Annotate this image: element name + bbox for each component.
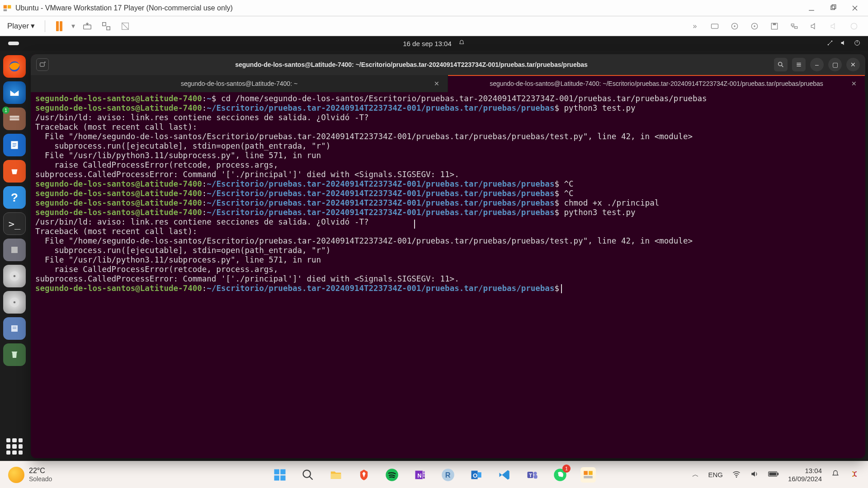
outlook-icon[interactable]: O [468, 467, 484, 483]
svg-rect-80 [769, 473, 776, 476]
terminal-window: segundo-de-los-santos@Latitude-7400: ~/E… [31, 54, 865, 458]
svg-rect-29 [10, 118, 19, 121]
sound-icon[interactable] [807, 19, 821, 33]
notification-badge: 1 [562, 465, 571, 473]
search-button[interactable] [300, 467, 316, 483]
power-status-icon[interactable] [854, 39, 861, 48]
start-button[interactable] [272, 467, 288, 483]
svg-point-15 [734, 25, 735, 27]
tray-chevron-up-icon[interactable]: ︿ [692, 470, 699, 479]
terminal-tab-2[interactable]: segundo-de-los-santos@Latitude-7400: ~/E… [448, 75, 865, 92]
notification-center-icon[interactable] [831, 469, 840, 480]
svg-line-56 [310, 476, 313, 479]
text-cursor [561, 284, 562, 293]
window-minimize-button[interactable]: – [810, 58, 824, 71]
vmware-taskbar-icon[interactable] [580, 467, 596, 483]
file-explorer-icon[interactable] [328, 467, 344, 483]
wifi-icon[interactable] [732, 469, 741, 480]
printer-icon[interactable] [827, 19, 841, 33]
brave-icon[interactable] [356, 467, 372, 483]
language-indicator[interactable]: ENG [708, 471, 723, 479]
dock-thunderbird[interactable] [3, 81, 26, 104]
search-button[interactable] [774, 58, 788, 71]
taskbar-clock[interactable]: 13:04 16/09/2024 [788, 467, 822, 483]
mouse-text-caret [414, 220, 415, 229]
dock-text-editor[interactable] [3, 239, 26, 261]
svg-rect-0 [4, 5, 7, 8]
svg-rect-75 [589, 471, 593, 475]
new-tab-button[interactable] [36, 58, 49, 71]
pause-icon [56, 21, 62, 31]
svg-rect-21 [795, 26, 797, 28]
onenote-icon[interactable]: N [412, 467, 428, 483]
terminal-tab-1[interactable]: segundo-de-los-santos@Latitude-7400: ~ ✕ [31, 75, 448, 92]
show-apps-button[interactable] [6, 438, 23, 455]
maximize-button[interactable] [823, 1, 844, 15]
svg-rect-51 [274, 469, 279, 474]
dock-notes[interactable] [3, 317, 26, 340]
unity-mode-button[interactable] [118, 19, 132, 33]
close-tab-icon[interactable]: ✕ [434, 80, 439, 87]
panel-datetime[interactable]: 16 de sep 13:04 [403, 40, 452, 47]
svg-rect-13 [712, 24, 718, 28]
vmware-title: Ubuntu - VMware Workstation 17 Player (N… [15, 4, 233, 12]
whatsapp-icon[interactable]: 1 [552, 467, 568, 483]
vscode-icon[interactable] [496, 467, 512, 483]
floppy-icon[interactable] [768, 19, 781, 33]
dock-libreoffice-writer[interactable] [3, 134, 26, 156]
dock-firefox[interactable] [3, 55, 26, 78]
svg-rect-2 [4, 9, 7, 11]
close-button[interactable] [844, 1, 865, 15]
copilot-icon[interactable] [849, 469, 860, 481]
terminal-body[interactable]: segundo-de-los-santos@Latitude-7400:~$ c… [31, 92, 865, 458]
minimize-button[interactable] [801, 1, 822, 15]
dock-disk-1[interactable] [3, 265, 26, 287]
window-close-button[interactable]: ✕ [846, 58, 860, 71]
activities-pill[interactable] [8, 42, 19, 45]
dock-files[interactable]: 1 [3, 108, 26, 130]
spotify-icon[interactable] [384, 467, 400, 483]
chevron-down-icon[interactable]: ▾ [71, 22, 75, 30]
hard-disk-icon[interactable] [708, 19, 722, 33]
bell-icon[interactable] [458, 39, 465, 48]
dock-terminal[interactable]: >_ [3, 212, 26, 235]
terminal-title: segundo-de-los-santos@Latitude-7400: ~/E… [53, 61, 769, 68]
svg-rect-79 [777, 473, 778, 475]
vmware-titlebar: Ubuntu - VMware Workstation 17 Player (N… [0, 0, 868, 16]
pause-vm-button[interactable] [52, 19, 66, 33]
svg-rect-54 [280, 475, 285, 480]
send-ctrl-alt-del-button[interactable] [80, 19, 94, 33]
battery-icon[interactable] [768, 470, 779, 479]
svg-point-55 [303, 470, 311, 477]
svg-rect-74 [584, 471, 588, 475]
usb-icon[interactable] [847, 19, 861, 33]
dock-disk-2[interactable] [3, 291, 26, 314]
dock-ubuntu-software[interactable] [3, 160, 26, 183]
fullscreen-button[interactable] [99, 19, 113, 33]
network-icon[interactable] [788, 19, 801, 33]
dock-help[interactable]: ? [3, 186, 26, 209]
svg-rect-57 [331, 474, 341, 479]
teams-icon[interactable]: T [524, 467, 540, 483]
files-badge: 1 [2, 107, 9, 114]
close-tab-icon[interactable]: ✕ [851, 80, 857, 87]
network-adapter-icon[interactable]: » [688, 19, 702, 33]
network-status-icon[interactable] [826, 39, 834, 48]
player-menu[interactable]: Player ▾ [5, 19, 38, 33]
weather-widget[interactable]: 22°C Soleado [29, 467, 52, 483]
rstudio-icon[interactable]: R [440, 467, 456, 483]
weather-icon[interactable] [8, 467, 24, 483]
cd-dvd-icon[interactable] [728, 19, 741, 33]
svg-rect-52 [280, 469, 285, 474]
svg-rect-20 [791, 24, 794, 26]
window-maximize-button[interactable]: ▢ [828, 58, 842, 71]
hamburger-menu-button[interactable] [792, 58, 806, 71]
volume-icon[interactable] [750, 469, 759, 480]
volume-status-icon[interactable] [840, 39, 847, 48]
svg-rect-68 [478, 472, 481, 478]
cd-dvd-2-icon[interactable] [748, 19, 761, 33]
dock-trash[interactable] [3, 343, 26, 366]
weather-desc: Soleado [29, 475, 52, 483]
clock-time: 13:04 [788, 467, 822, 475]
weather-temp: 22°C [29, 467, 52, 475]
